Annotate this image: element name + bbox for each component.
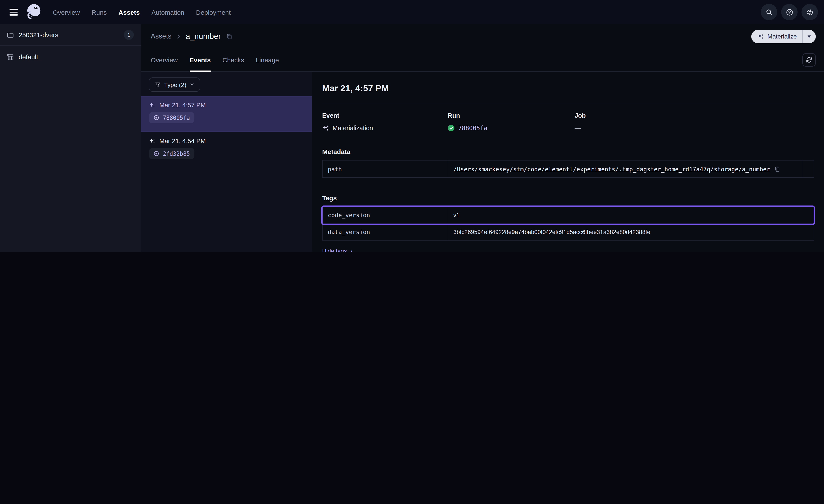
filter-bar: Type (2) (141, 72, 312, 96)
materialize-button[interactable]: Materialize (751, 30, 816, 43)
asset-group-icon (7, 53, 14, 60)
dagster-logo-icon[interactable] (26, 3, 42, 21)
run-id-link[interactable]: 788005fa (458, 125, 487, 132)
event-detail-panel: Mar 21, 4:57 PM Event Materialization Ru… (312, 72, 824, 252)
folder-icon (7, 31, 14, 38)
caret-up-icon: ▲ (349, 249, 353, 252)
nav-actions (761, 4, 818, 20)
primary-nav: Overview Runs Assets Automation Deployme… (53, 8, 230, 16)
metadata-key: path (323, 160, 448, 177)
copy-path-icon[interactable] (774, 166, 780, 172)
sidebar-item-group-default[interactable]: default (0, 46, 141, 68)
materialize-dropdown[interactable] (803, 30, 816, 43)
search-icon (765, 8, 773, 16)
breadcrumb-assets-link[interactable]: Assets (151, 32, 172, 40)
event-list-item[interactable]: Mar 21, 4:57 PM 788005fa (141, 96, 312, 132)
table-stub-cell (802, 160, 814, 177)
gear-icon (806, 8, 813, 16)
materialization-sparkle-icon (149, 102, 156, 108)
materialization-sparkle-icon (322, 125, 329, 132)
materialize-main[interactable]: Materialize (751, 30, 802, 43)
table-row: data_version 3bfc269594ef649228e9a74bab0… (323, 224, 814, 240)
help-icon (786, 8, 793, 16)
settings-button[interactable] (802, 4, 818, 20)
main-panel: Assets a_number Materialize Overview Eve… (141, 24, 824, 252)
breadcrumb: Assets a_number (151, 32, 232, 41)
asset-header: Assets a_number Materialize (141, 24, 824, 48)
hide-tags-label: Hide tags (322, 248, 347, 252)
group-name: default (19, 53, 38, 60)
metadata-path-link[interactable]: /Users/smackesey/stm/code/elementl/exper… (453, 165, 770, 172)
nav-deployment[interactable]: Deployment (196, 8, 230, 16)
table-row: path /Users/smackesey/stm/code/elementl/… (323, 160, 814, 177)
copy-asset-name-icon[interactable] (226, 33, 232, 39)
top-nav: Overview Runs Assets Automation Deployme… (0, 0, 824, 24)
tab-checks[interactable]: Checks (222, 48, 244, 72)
type-filter-button[interactable]: Type (2) (149, 78, 200, 92)
tag-value: v1 (448, 207, 814, 223)
chevron-right-icon (176, 33, 182, 39)
job-column: Job — (575, 112, 814, 132)
tag-value: 3bfc269594ef649228e9a74bab00f042efc91d5a… (448, 224, 814, 240)
metadata-heading: Metadata (322, 148, 814, 155)
job-value: — (575, 125, 581, 132)
hide-tags-link[interactable]: Hide tags ▲ (322, 248, 353, 252)
dagster-app: Overview Runs Assets Automation Deployme… (0, 0, 824, 252)
tab-lineage[interactable]: Lineage (256, 48, 279, 72)
repo-count-badge: 1 (124, 30, 134, 40)
refresh-button[interactable] (802, 53, 816, 67)
repo-name: 250321-dvers (19, 31, 58, 38)
sparkle-icon (757, 33, 764, 39)
event-list-item[interactable]: Mar 21, 4:54 PM 2fd32b85 (141, 132, 312, 168)
run-label: Run (448, 112, 575, 119)
help-button[interactable] (781, 4, 798, 20)
metadata-table: path /Users/smackesey/stm/code/elementl/… (322, 160, 814, 178)
search-button[interactable] (761, 4, 777, 20)
event-time: Mar 21, 4:57 PM (159, 102, 206, 109)
tag-key: code_version (323, 207, 448, 223)
run-target-icon (153, 150, 159, 157)
event-column: Event Materialization (322, 112, 448, 132)
tags-table: code_version v1 data_version 3bfc269594e… (322, 206, 814, 241)
run-success-check-icon (448, 125, 455, 132)
event-time: Mar 21, 4:54 PM (159, 138, 206, 144)
caret-down-icon (808, 35, 811, 37)
funnel-icon (154, 82, 161, 88)
asset-sidebar: 250321-dvers 1 default 250321-dvers (0, 24, 141, 252)
run-column: Run 788005fa (448, 112, 575, 132)
materialize-label: Materialize (767, 33, 797, 40)
run-id: 2fd32b85 (163, 150, 190, 157)
sidebar-item-repo[interactable]: 250321-dvers 1 (0, 24, 141, 46)
divider (322, 103, 814, 103)
nav-assets[interactable]: Assets (118, 8, 140, 16)
event-detail-title: Mar 21, 4:57 PM (322, 83, 814, 94)
event-list-panel: Type (2) Mar 21, 4:57 PM 788005fa (141, 72, 312, 252)
tags-heading: Tags (322, 194, 814, 202)
type-filter-label: Type (2) (164, 81, 186, 88)
asset-tabs: Overview Events Checks Lineage (141, 48, 824, 72)
tab-overview[interactable]: Overview (151, 48, 178, 72)
run-id-badge[interactable]: 788005fa (149, 112, 194, 123)
table-row-highlighted: code_version v1 (323, 207, 814, 224)
chevron-down-icon (190, 82, 195, 87)
job-label: Job (575, 112, 814, 119)
event-type: Materialization (332, 125, 373, 132)
run-id-badge[interactable]: 2fd32b85 (149, 148, 194, 159)
refresh-icon (806, 57, 812, 63)
asset-name: a_number (186, 32, 221, 41)
nav-runs[interactable]: Runs (92, 8, 107, 16)
hamburger-menu-icon[interactable] (9, 7, 20, 17)
run-id: 788005fa (163, 114, 190, 121)
tag-key: data_version (323, 224, 448, 240)
nav-overview[interactable]: Overview (53, 8, 80, 16)
run-target-icon (153, 115, 159, 121)
event-label: Event (322, 112, 448, 119)
event-summary: Event Materialization Run 788005fa (322, 112, 814, 132)
materialization-sparkle-icon (149, 138, 156, 144)
nav-automation[interactable]: Automation (151, 8, 185, 16)
tab-events[interactable]: Events (189, 48, 211, 72)
